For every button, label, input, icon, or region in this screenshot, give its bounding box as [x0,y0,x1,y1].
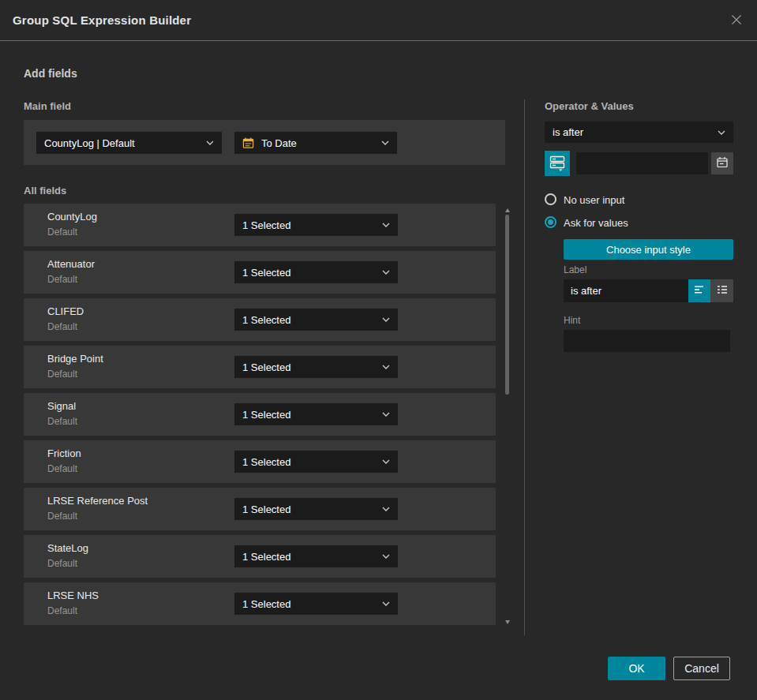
field-selection-dropdown[interactable]: 1 Selected [234,309,398,331]
operator-values-heading: Operator & Values [545,100,634,112]
chevron-down-icon [382,270,390,275]
list-style-button[interactable] [710,279,733,302]
list-scrollbar[interactable] [504,204,512,627]
field-selection-value: 1 Selected [242,598,377,610]
group-sql-expression-builder-dialog: Group SQL Expression Builder Add fields … [0,0,757,700]
chevron-down-icon [382,459,390,464]
main-field-dropdown[interactable]: CountyLog | Default [36,132,222,154]
field-row: LRSE NHS Default 1 Selected [24,582,496,625]
field-selection-value: 1 Selected [242,503,377,515]
field-name: Attenuator [47,258,95,270]
cancel-button[interactable]: Cancel [673,657,730,680]
field-subtype: Default [47,369,77,380]
chevron-down-icon [382,223,390,227]
field-selection-dropdown[interactable]: 1 Selected [234,498,398,520]
operator-dropdown[interactable]: is after [545,122,733,143]
field-selection-value: 1 Selected [242,314,377,326]
field-name: LRSE NHS [47,590,99,601]
ask-for-values-radio[interactable] [545,216,557,228]
field-subtype: Default [47,416,77,427]
main-field-bar: CountyLog | Default To Date [24,120,505,165]
field-subtype: Default [47,558,77,569]
field-subtype: Default [47,321,77,332]
all-fields-heading: All fields [24,185,66,197]
list-icon [716,283,729,298]
field-row: CountyLog Default 1 Selected [24,204,496,246]
chevron-down-icon [382,601,390,606]
main-field-heading: Main field [24,100,71,112]
dialog-title: Group SQL Expression Builder [13,0,191,41]
align-left-icon [693,283,706,298]
hint-input[interactable] [564,330,730,352]
field-selection-dropdown[interactable]: 1 Selected [234,261,398,283]
panel-divider [524,99,525,635]
scroll-up-icon[interactable] [505,208,510,212]
chevron-down-icon [382,317,390,322]
add-fields-heading: Add fields [24,67,77,80]
scrollbar-thumb[interactable] [505,215,509,395]
field-subtype: Default [47,226,77,238]
field-selection-dropdown[interactable]: 1 Selected [234,593,398,615]
date-part-dropdown[interactable]: To Date [234,132,397,154]
unique-values-button[interactable] [545,151,570,176]
field-selection-dropdown[interactable]: 1 Selected [234,403,398,425]
field-row: Friction Default 1 Selected [24,440,496,483]
ask-for-values-label[interactable]: Ask for values [564,217,628,229]
field-subtype: Default [47,463,77,474]
calendar-icon [716,156,729,171]
date-picker-button[interactable] [711,152,733,174]
field-subtype: Default [47,274,77,285]
chevron-down-icon [381,140,389,145]
field-row: Attenuator Default 1 Selected [24,251,496,294]
chevron-down-icon [382,554,390,559]
field-row: Bridge Point Default 1 Selected [24,346,496,388]
field-subtype: Default [47,511,77,522]
field-name: Bridge Point [47,353,103,365]
field-selection-value: 1 Selected [242,267,377,279]
chevron-down-icon [718,130,725,135]
field-selection-value: 1 Selected [242,361,377,373]
calendar-icon [242,137,254,149]
field-row: CLIFED Default 1 Selected [24,298,496,341]
chevron-down-icon [382,507,390,511]
date-value-input[interactable] [576,152,708,174]
field-name: Friction [47,447,81,459]
field-row: Signal Default 1 Selected [24,393,496,436]
value-list-icon [549,154,566,174]
field-row: LRSE Reference Post Default 1 Selected [24,488,496,530]
field-selection-dropdown[interactable]: 1 Selected [234,356,398,378]
operator-dropdown-value: is after [553,126,713,138]
scroll-down-icon[interactable] [505,620,510,624]
field-selection-dropdown[interactable]: 1 Selected [234,545,398,567]
single-line-style-button[interactable] [688,279,710,302]
field-name: StateLog [47,542,88,554]
hint-caption: Hint [564,315,580,326]
main-field-dropdown-value: CountyLog | Default [44,137,201,149]
field-name: CLIFED [47,305,84,317]
dialog-header: Group SQL Expression Builder [0,0,757,41]
no-user-input-label[interactable]: No user input [564,194,624,206]
label-caption: Label [564,264,586,275]
field-selection-value: 1 Selected [242,409,377,421]
label-input[interactable] [564,279,688,302]
field-selection-dropdown[interactable]: 1 Selected [234,451,398,473]
no-user-input-radio[interactable] [545,193,557,205]
field-name: CountyLog [47,211,97,223]
close-icon [729,12,744,30]
field-row: StateLog Default 1 Selected [24,535,496,578]
field-selection-dropdown[interactable]: 1 Selected [234,214,398,236]
field-selection-value: 1 Selected [242,219,377,231]
chevron-down-icon [382,365,390,369]
field-selection-value: 1 Selected [242,456,377,468]
chevron-down-icon [206,140,214,145]
field-name: LRSE Reference Post [47,495,148,507]
field-name: Signal [47,400,76,412]
ok-button[interactable]: OK [608,657,665,680]
field-selection-value: 1 Selected [242,551,377,563]
close-button[interactable] [725,9,748,32]
chevron-down-icon [382,412,390,417]
choose-input-style-button[interactable]: Choose input style [564,239,733,260]
date-part-dropdown-value: To Date [261,137,377,149]
field-subtype: Default [47,605,77,616]
